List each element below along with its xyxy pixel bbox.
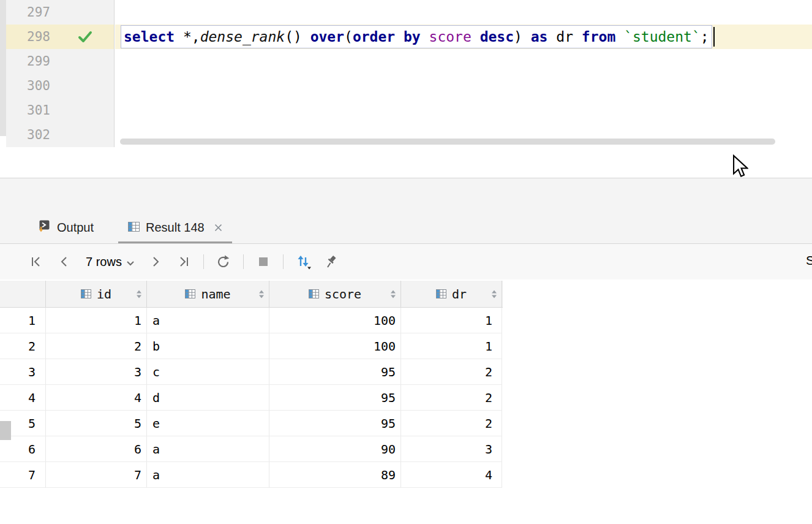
column-icon [185,287,195,302]
code-line-active[interactable]: select *, dense_rank () over ( order by … [115,25,812,49]
column-header-label: name [201,287,230,302]
close-tab-icon[interactable] [214,224,222,232]
cell-score[interactable]: 100 [269,333,401,359]
sql-token: order by [353,29,421,45]
sql-token [472,29,480,45]
column-header-id[interactable]: id [46,281,147,307]
row-number[interactable]: 1 [0,308,46,333]
tab-result[interactable]: Result 148 [118,211,232,243]
first-page-button[interactable] [22,249,50,274]
sql-token: desc [480,29,514,45]
cell-score[interactable]: 89 [269,462,401,488]
gutter-line: 300 [6,74,114,98]
cell-score[interactable]: 95 [269,411,401,436]
toolbar-separator [243,254,244,269]
cell-id[interactable]: 4 [46,385,147,411]
line-number: 299 [6,54,50,69]
next-page-button[interactable] [141,249,170,274]
cell-score[interactable]: 100 [269,308,401,333]
table-row: 2 2 b 100 1 [0,333,503,359]
cell-dr[interactable]: 3 [401,436,502,462]
reload-data-button[interactable] [209,249,238,274]
cell-id[interactable]: 3 [46,359,147,385]
sql-token: over [310,29,344,45]
tab-output[interactable]: Output [28,211,103,243]
column-icon [309,287,319,302]
previous-page-button[interactable] [50,249,78,274]
column-header-score[interactable]: score [269,281,401,307]
cell-score[interactable]: 95 [269,359,401,385]
page-size-dropdown[interactable]: 7 rows [78,249,141,274]
cell-id[interactable]: 1 [46,308,147,333]
toolbar-separator [203,254,204,269]
row-number[interactable]: 6 [0,436,46,462]
left-scrollbar-thumb[interactable] [0,421,11,440]
line-number: 297 [6,5,50,20]
output-console-icon [38,219,51,235]
cell-name[interactable]: d [147,385,269,411]
cell-dr[interactable]: 2 [401,411,502,436]
last-page-button[interactable] [170,249,198,274]
cell-name[interactable]: b [147,333,269,359]
gutter-line: 297 [6,0,114,25]
table-row: 7 7 a 89 4 [0,462,503,488]
table-row: 3 3 c 95 2 [0,359,503,385]
mouse-cursor [732,154,748,181]
cell-id[interactable]: 5 [46,411,147,436]
cell-name[interactable]: c [147,359,269,385]
sort-toggle-icon[interactable] [391,290,396,298]
column-header-name[interactable]: name [147,281,269,307]
sql-statement[interactable]: select *, dense_rank () over ( order by … [121,25,712,48]
code-line[interactable] [115,98,812,123]
gutter-line: 302 [6,123,114,147]
line-number: 300 [6,78,50,93]
horizontal-scrollbar[interactable] [120,139,775,145]
cell-name[interactable]: a [147,308,269,333]
cell-id[interactable]: 6 [46,436,147,462]
column-header-label: score [325,287,361,302]
sort-toggle-icon[interactable] [492,290,497,298]
code-line[interactable] [115,0,812,25]
cell-score[interactable]: 90 [269,436,401,462]
row-number[interactable]: 3 [0,359,46,385]
line-number: 298 [6,29,50,44]
cell-score[interactable]: 95 [269,385,401,411]
code-line[interactable] [115,49,812,74]
cell-id[interactable]: 2 [46,333,147,359]
sql-token: ( [344,29,353,45]
cell-dr[interactable]: 2 [401,385,502,411]
cell-name[interactable]: a [147,462,269,488]
editor-code-area[interactable]: select *, dense_rank () over ( order by … [115,0,812,147]
cell-dr[interactable]: 1 [401,333,502,359]
sql-editor[interactable]: 297 298 299 300 301 302 select [0,0,812,147]
tab-output-label: Output [57,221,94,235]
sql-token: dense_rank [200,29,285,45]
row-number[interactable]: 7 [0,462,46,488]
compare-data-button[interactable] [289,249,317,274]
table-row: 5 5 e 95 2 [0,411,503,436]
gutter-line-active: 298 [6,25,114,49]
line-number: 301 [6,103,50,118]
row-number[interactable]: 2 [0,333,46,359]
sort-toggle-icon[interactable] [137,290,141,298]
row-number[interactable]: 4 [0,385,46,411]
code-line[interactable] [115,74,812,98]
sql-token: `student` [624,29,701,45]
chevron-down-icon [127,255,134,269]
cell-dr[interactable]: 1 [401,308,502,333]
rows-count-label: 7 rows [86,255,122,269]
cell-name[interactable]: e [147,411,269,436]
gutter-line: 301 [6,98,114,123]
cell-dr[interactable]: 4 [401,462,502,488]
pin-tab-button[interactable] [317,249,345,274]
sort-toggle-icon[interactable] [259,290,264,298]
text-caret [713,27,715,47]
column-header-dr[interactable]: dr [401,281,502,307]
cell-name[interactable]: a [147,436,269,462]
column-header-label: dr [452,287,467,302]
sql-token: as [531,29,548,45]
cell-id[interactable]: 7 [46,462,147,488]
cell-dr[interactable]: 2 [401,359,502,385]
stop-button[interactable] [249,249,277,274]
sql-token [421,29,429,45]
